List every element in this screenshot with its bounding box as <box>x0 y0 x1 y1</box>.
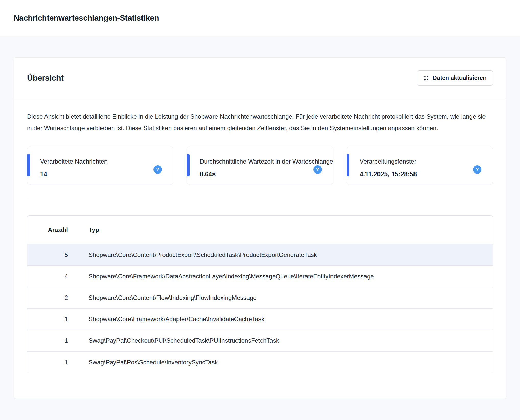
table-header-row: Anzahl Typ <box>27 216 493 244</box>
stat-label: Verarbeitungsfenster <box>360 157 493 166</box>
stat-accent-bar <box>347 154 349 176</box>
cell-anzahl: 1 <box>27 351 68 373</box>
overview-card-body: Diese Ansicht bietet detaillierte Einbli… <box>14 111 506 373</box>
stat-accent-bar <box>27 154 30 176</box>
page-title: Nachrichtenwarteschlangen-Statistiken <box>14 14 159 23</box>
cell-typ: Shopware\Core\Framework\DataAbstractionL… <box>68 266 493 287</box>
cell-anzahl: 2 <box>27 287 68 308</box>
stat-card-processing-window: ? Verarbeitungsfenster 4.11.2025, 15:28:… <box>347 147 493 184</box>
table-row: 5 Shopware\Core\Content\ProductExport\Sc… <box>27 244 493 266</box>
cell-anzahl: 1 <box>27 330 68 351</box>
column-header-anzahl: Anzahl <box>27 216 68 244</box>
stat-card-processed-messages: ? Verarbeitete Nachrichten 14 <box>27 147 173 184</box>
table-row: 1 Swag\PayPal\Pos\Schedule\InventorySync… <box>27 351 493 373</box>
queue-stats-table: Anzahl Typ 5 Shopware\Core\Content\Produ… <box>27 216 493 373</box>
refresh-data-button[interactable]: Daten aktualisieren <box>417 70 493 86</box>
refresh-icon <box>423 75 429 81</box>
table-row: 1 Shopware\Core\Framework\Adapter\Cache\… <box>27 308 493 330</box>
overview-description: Diese Ansicht bietet detaillierte Einbli… <box>27 111 489 134</box>
table-row: 1 Swag\PayPal\Checkout\PUI\ScheduledTask… <box>27 330 493 351</box>
queue-stats-table-wrapper: Anzahl Typ 5 Shopware\Core\Content\Produ… <box>27 215 493 373</box>
cell-typ: Swag\PayPal\Pos\Schedule\InventorySyncTa… <box>68 351 493 373</box>
stat-label: Durchschnittliche Wartezeit in der Warte… <box>200 157 333 166</box>
stat-value: 0.64s <box>200 170 333 178</box>
column-header-typ: Typ <box>68 216 493 244</box>
stat-value: 4.11.2025, 15:28:58 <box>360 170 493 178</box>
cell-typ: Swag\PayPal\Checkout\PUI\ScheduledTask\P… <box>68 330 493 351</box>
page-header: Nachrichtenwarteschlangen-Statistiken <box>0 0 520 36</box>
overview-heading: Übersicht <box>27 73 64 83</box>
cell-typ: Shopware\Core\Content\Flow\Indexing\Flow… <box>68 287 493 308</box>
stat-value: 14 <box>40 170 173 178</box>
table-row: 2 Shopware\Core\Content\Flow\Indexing\Fl… <box>27 287 493 308</box>
section-divider <box>27 200 493 200</box>
stats-row: ? Verarbeitete Nachrichten 14 ? Durchsch… <box>27 147 493 184</box>
cell-typ: Shopware\Core\Framework\Adapter\Cache\In… <box>68 308 493 330</box>
overview-card-header: Übersicht Daten aktualisieren <box>14 58 506 98</box>
overview-card: Übersicht Daten aktualisieren Diese Ansi… <box>14 57 506 399</box>
refresh-button-label: Daten aktualisieren <box>433 75 487 81</box>
stat-accent-bar <box>187 154 190 176</box>
stat-card-average-wait-time: ? Durchschnittliche Wartezeit in der War… <box>187 147 333 184</box>
table-row: 4 Shopware\Core\Framework\DataAbstractio… <box>27 266 493 287</box>
cell-typ: Shopware\Core\Content\ProductExport\Sche… <box>68 244 493 266</box>
cell-anzahl: 5 <box>27 244 68 266</box>
content-area: Übersicht Daten aktualisieren Diese Ansi… <box>0 36 520 399</box>
cell-anzahl: 1 <box>27 308 68 330</box>
stat-label: Verarbeitete Nachrichten <box>40 157 173 166</box>
cell-anzahl: 4 <box>27 266 68 287</box>
